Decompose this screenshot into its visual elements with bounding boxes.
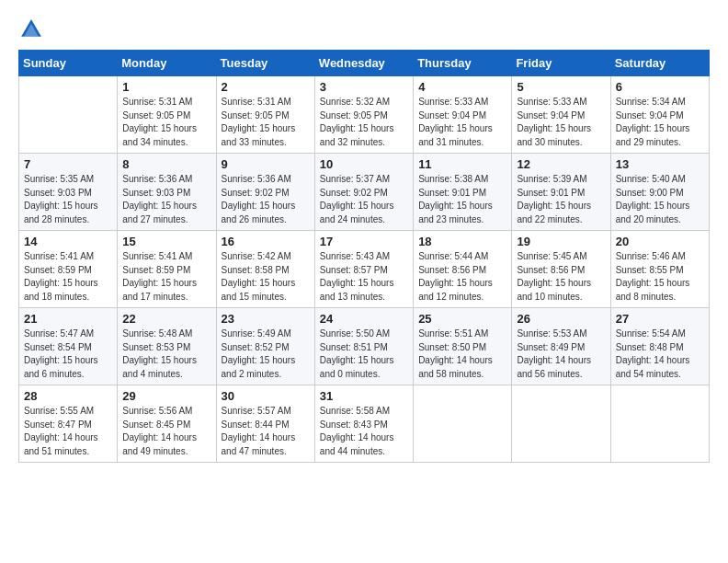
- day-number: 12: [517, 157, 605, 171]
- col-header-monday: Monday: [118, 51, 216, 76]
- day-number: 19: [517, 235, 605, 248]
- day-number: 29: [122, 389, 210, 403]
- cell-content: Sunrise: 5:53 AM Sunset: 8:49 PM Dayligh…: [517, 327, 605, 381]
- calendar-cell: 26Sunrise: 5:53 AM Sunset: 8:49 PM Dayli…: [512, 308, 610, 385]
- cell-content: Sunrise: 5:35 AM Sunset: 9:03 PM Dayligh…: [24, 173, 112, 226]
- day-number: 26: [517, 312, 605, 326]
- calendar-cell: 11Sunrise: 5:38 AM Sunset: 9:01 PM Dayli…: [414, 154, 512, 231]
- cell-content: Sunrise: 5:58 AM Sunset: 8:43 PM Dayligh…: [320, 405, 408, 458]
- day-number: 6: [616, 80, 704, 94]
- calendar-week-row: 14Sunrise: 5:41 AM Sunset: 8:59 PM Dayli…: [19, 231, 710, 308]
- calendar-cell: [414, 385, 512, 463]
- day-number: 25: [418, 312, 506, 326]
- calendar-week-row: 21Sunrise: 5:47 AM Sunset: 8:54 PM Dayli…: [19, 308, 710, 385]
- calendar-cell: 2Sunrise: 5:31 AM Sunset: 9:05 PM Daylig…: [216, 76, 314, 154]
- cell-content: Sunrise: 5:41 AM Sunset: 8:59 PM Dayligh…: [24, 250, 112, 304]
- day-number: 8: [122, 157, 210, 171]
- day-number: 30: [222, 389, 310, 403]
- calendar-cell: 21Sunrise: 5:47 AM Sunset: 8:54 PM Dayli…: [19, 308, 118, 385]
- day-number: 10: [320, 157, 408, 171]
- cell-content: Sunrise: 5:36 AM Sunset: 9:02 PM Dayligh…: [222, 173, 310, 226]
- cell-content: Sunrise: 5:32 AM Sunset: 9:05 PM Dayligh…: [320, 96, 408, 149]
- day-number: 31: [320, 389, 408, 403]
- calendar-cell: 24Sunrise: 5:50 AM Sunset: 8:51 PM Dayli…: [314, 308, 413, 385]
- day-number: 11: [418, 157, 506, 171]
- day-number: 5: [517, 80, 605, 94]
- cell-content: Sunrise: 5:37 AM Sunset: 9:02 PM Dayligh…: [320, 173, 408, 226]
- calendar-cell: 10Sunrise: 5:37 AM Sunset: 9:02 PM Dayli…: [314, 154, 413, 231]
- calendar-cell: 4Sunrise: 5:33 AM Sunset: 9:04 PM Daylig…: [414, 76, 512, 154]
- cell-content: Sunrise: 5:48 AM Sunset: 8:53 PM Dayligh…: [122, 327, 210, 381]
- calendar-cell: 7Sunrise: 5:35 AM Sunset: 9:03 PM Daylig…: [19, 154, 118, 231]
- day-number: 17: [320, 235, 408, 248]
- day-number: 21: [24, 312, 112, 326]
- cell-content: Sunrise: 5:50 AM Sunset: 8:51 PM Dayligh…: [320, 327, 408, 381]
- day-number: 18: [418, 235, 506, 248]
- day-number: 9: [222, 157, 310, 171]
- day-number: 3: [320, 80, 408, 94]
- calendar-cell: 18Sunrise: 5:44 AM Sunset: 8:56 PM Dayli…: [414, 231, 512, 308]
- day-number: 22: [122, 312, 210, 326]
- header: [18, 9, 710, 42]
- cell-content: Sunrise: 5:51 AM Sunset: 8:50 PM Dayligh…: [418, 327, 506, 381]
- calendar-header-row: SundayMondayTuesdayWednesdayThursdayFrid…: [19, 51, 710, 76]
- col-header-friday: Friday: [512, 51, 610, 76]
- col-header-tuesday: Tuesday: [216, 51, 314, 76]
- calendar-cell: [512, 385, 610, 463]
- page: SundayMondayTuesdayWednesdayThursdayFrid…: [0, 0, 728, 481]
- col-header-wednesday: Wednesday: [314, 51, 413, 76]
- cell-content: Sunrise: 5:33 AM Sunset: 9:04 PM Dayligh…: [517, 96, 605, 149]
- calendar-cell: 15Sunrise: 5:41 AM Sunset: 8:59 PM Dayli…: [118, 231, 216, 308]
- calendar-week-row: 28Sunrise: 5:55 AM Sunset: 8:47 PM Dayli…: [19, 385, 710, 463]
- calendar-cell: 1Sunrise: 5:31 AM Sunset: 9:05 PM Daylig…: [118, 76, 216, 154]
- calendar-table: SundayMondayTuesdayWednesdayThursdayFrid…: [18, 50, 710, 463]
- calendar-cell: 22Sunrise: 5:48 AM Sunset: 8:53 PM Dayli…: [118, 308, 216, 385]
- cell-content: Sunrise: 5:56 AM Sunset: 8:45 PM Dayligh…: [122, 405, 210, 458]
- calendar-week-row: 1Sunrise: 5:31 AM Sunset: 9:05 PM Daylig…: [19, 76, 710, 154]
- calendar-cell: 23Sunrise: 5:49 AM Sunset: 8:52 PM Dayli…: [216, 308, 314, 385]
- calendar-cell: 20Sunrise: 5:46 AM Sunset: 8:55 PM Dayli…: [610, 231, 709, 308]
- day-number: 2: [222, 80, 310, 94]
- cell-content: Sunrise: 5:31 AM Sunset: 9:05 PM Dayligh…: [122, 96, 210, 149]
- calendar-week-row: 7Sunrise: 5:35 AM Sunset: 9:03 PM Daylig…: [19, 154, 710, 231]
- day-number: 28: [24, 389, 112, 403]
- cell-content: Sunrise: 5:33 AM Sunset: 9:04 PM Dayligh…: [418, 96, 506, 149]
- cell-content: Sunrise: 5:57 AM Sunset: 8:44 PM Dayligh…: [222, 405, 310, 458]
- calendar-cell: [610, 385, 709, 463]
- col-header-sunday: Sunday: [19, 51, 118, 76]
- cell-content: Sunrise: 5:36 AM Sunset: 9:03 PM Dayligh…: [122, 173, 210, 226]
- cell-content: Sunrise: 5:47 AM Sunset: 8:54 PM Dayligh…: [24, 327, 112, 381]
- calendar-cell: 25Sunrise: 5:51 AM Sunset: 8:50 PM Dayli…: [414, 308, 512, 385]
- day-number: 1: [122, 80, 210, 94]
- calendar-cell: 5Sunrise: 5:33 AM Sunset: 9:04 PM Daylig…: [512, 76, 610, 154]
- calendar-cell: 6Sunrise: 5:34 AM Sunset: 9:04 PM Daylig…: [610, 76, 709, 154]
- cell-content: Sunrise: 5:41 AM Sunset: 8:59 PM Dayligh…: [122, 250, 210, 304]
- day-number: 27: [616, 312, 704, 326]
- cell-content: Sunrise: 5:43 AM Sunset: 8:57 PM Dayligh…: [320, 250, 408, 304]
- calendar-cell: 19Sunrise: 5:45 AM Sunset: 8:56 PM Dayli…: [512, 231, 610, 308]
- cell-content: Sunrise: 5:49 AM Sunset: 8:52 PM Dayligh…: [222, 327, 310, 381]
- calendar-cell: 30Sunrise: 5:57 AM Sunset: 8:44 PM Dayli…: [216, 385, 314, 463]
- day-number: 15: [122, 235, 210, 248]
- day-number: 13: [616, 157, 704, 171]
- day-number: 23: [222, 312, 310, 326]
- calendar-cell: 8Sunrise: 5:36 AM Sunset: 9:03 PM Daylig…: [118, 154, 216, 231]
- cell-content: Sunrise: 5:39 AM Sunset: 9:01 PM Dayligh…: [517, 173, 605, 226]
- day-number: 7: [24, 157, 112, 171]
- day-number: 4: [418, 80, 506, 94]
- cell-content: Sunrise: 5:42 AM Sunset: 8:58 PM Dayligh…: [222, 250, 310, 304]
- cell-content: Sunrise: 5:44 AM Sunset: 8:56 PM Dayligh…: [418, 250, 506, 304]
- cell-content: Sunrise: 5:31 AM Sunset: 9:05 PM Dayligh…: [222, 96, 310, 149]
- cell-content: Sunrise: 5:38 AM Sunset: 9:01 PM Dayligh…: [418, 173, 506, 226]
- day-number: 16: [222, 235, 310, 248]
- calendar-cell: 29Sunrise: 5:56 AM Sunset: 8:45 PM Dayli…: [118, 385, 216, 463]
- cell-content: Sunrise: 5:40 AM Sunset: 9:00 PM Dayligh…: [616, 173, 704, 226]
- day-number: 24: [320, 312, 408, 326]
- calendar-cell: 14Sunrise: 5:41 AM Sunset: 8:59 PM Dayli…: [19, 231, 118, 308]
- calendar-cell: 16Sunrise: 5:42 AM Sunset: 8:58 PM Dayli…: [216, 231, 314, 308]
- calendar-cell: 9Sunrise: 5:36 AM Sunset: 9:02 PM Daylig…: [216, 154, 314, 231]
- calendar-cell: 27Sunrise: 5:54 AM Sunset: 8:48 PM Dayli…: [610, 308, 709, 385]
- col-header-saturday: Saturday: [610, 51, 709, 76]
- logo: [18, 17, 48, 42]
- logo-icon: [18, 17, 44, 42]
